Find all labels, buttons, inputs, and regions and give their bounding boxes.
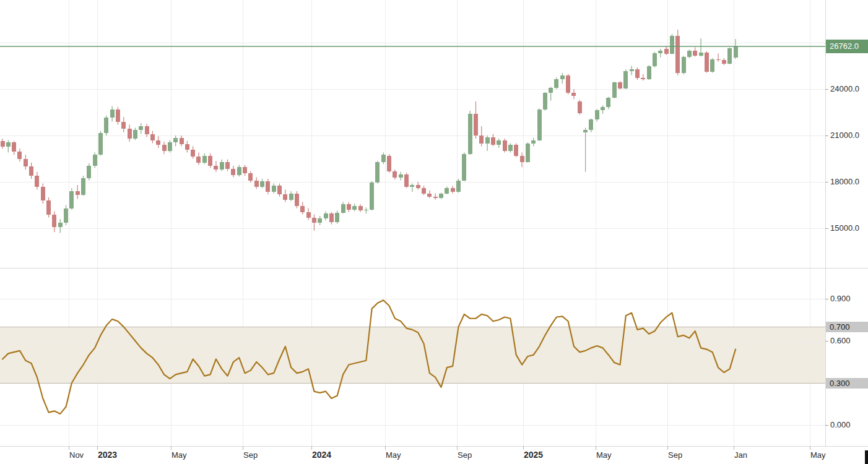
bottom-right-marker (865, 450, 868, 464)
axis-tick (734, 446, 734, 450)
x-axis-label: Sep (458, 450, 472, 460)
axis-tick (825, 299, 828, 299)
x-axis-label: May (386, 450, 401, 460)
y-axis-label: 21000.0 (830, 131, 859, 140)
time-axis[interactable]: Nov2023MaySep2024MaySep2025MaySepJanMay (0, 446, 868, 464)
x-axis-label: Sep (668, 450, 682, 460)
x-axis-label: 2025 (524, 450, 543, 460)
tradingview-chart: 27000.024000.021000.018000.015000.00.900… (0, 0, 868, 464)
y-axis-label: 18000.0 (830, 177, 859, 187)
axis-tick (171, 446, 171, 450)
x-axis-label: May (596, 450, 612, 460)
y-axis-label: 0.900 (830, 294, 851, 304)
last-price-badge: 26762.0 (826, 40, 868, 53)
axis-tick (825, 135, 828, 136)
axis-tick (825, 89, 828, 90)
y-axis-label: 0.000 (830, 420, 851, 430)
x-axis-label: Nov (69, 450, 84, 460)
axis-tick (385, 446, 386, 450)
price-pane[interactable] (0, 0, 825, 268)
x-axis-label: 2024 (312, 450, 331, 460)
axis-tick (825, 341, 828, 342)
x-axis-label: May (171, 450, 187, 460)
axis-tick (825, 228, 828, 229)
axis-tick (810, 446, 810, 450)
y-axis-label: 0.600 (830, 336, 851, 346)
axis-tick (457, 446, 458, 450)
axis-tick (596, 446, 596, 450)
axis-tick (667, 446, 668, 450)
x-axis-label: Jan (734, 450, 747, 460)
axis-tick (243, 446, 243, 450)
axis-tick (825, 425, 828, 426)
axis-tick (69, 446, 69, 450)
axis-tick (825, 182, 828, 183)
y-axis-label: 15000.0 (830, 223, 859, 233)
oscillator-pane[interactable] (0, 268, 825, 446)
x-axis-label: Sep (243, 450, 258, 460)
y-axis-label: 24000.0 (830, 84, 859, 94)
band-lower-badge: 0.300 (826, 378, 868, 389)
band-upper-badge: 0.700 (826, 322, 868, 332)
x-axis-label: 2023 (98, 450, 117, 460)
x-axis-label: May (810, 450, 826, 460)
